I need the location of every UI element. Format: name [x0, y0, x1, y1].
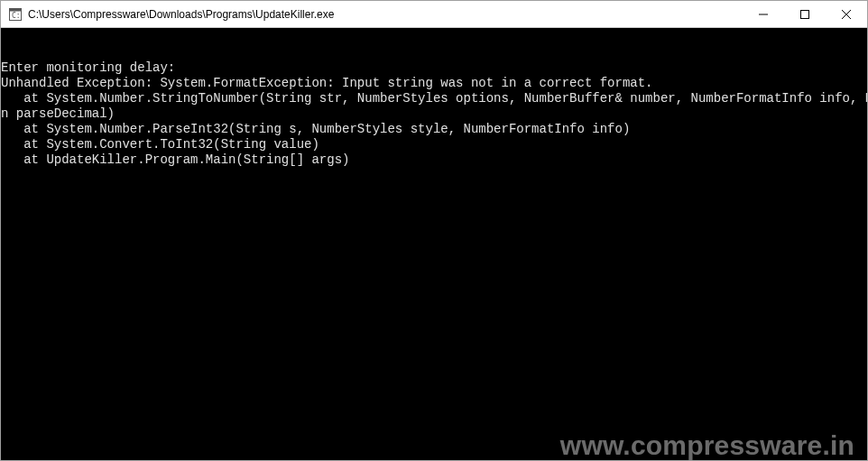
minimize-button[interactable] [743, 1, 784, 27]
window-controls [743, 1, 867, 27]
console-line: at System.Number.StringToNumber(String s… [1, 91, 867, 106]
maximize-button[interactable] [784, 1, 826, 27]
console-line: Unhandled Exception: System.FormatExcept… [1, 76, 867, 91]
console-line: Enter monitoring delay: [1, 60, 867, 76]
titlebar[interactable]: C: C:\Users\Compressware\Downloads\Progr… [1, 1, 867, 28]
console-line: at System.Number.ParseInt32(String s, Nu… [1, 122, 867, 137]
watermark-text: www.compressware.in [560, 438, 854, 453]
console-window: C: C:\Users\Compressware\Downloads\Progr… [0, 0, 868, 461]
svg-text:C:: C: [12, 12, 21, 20]
svg-rect-4 [801, 10, 809, 18]
console-output: Enter monitoring delay:Unhandled Excepti… [1, 28, 867, 460]
console-line: at UpdateKiller.Program.Main(String[] ar… [1, 152, 867, 168]
window-title: C:\Users\Compressware\Downloads\Programs… [28, 8, 743, 21]
app-icon: C: [8, 7, 23, 22]
close-button[interactable] [826, 1, 867, 27]
console-line: at System.Convert.ToInt32(String value) [1, 137, 867, 152]
console-line: n parseDecimal) [1, 106, 867, 122]
